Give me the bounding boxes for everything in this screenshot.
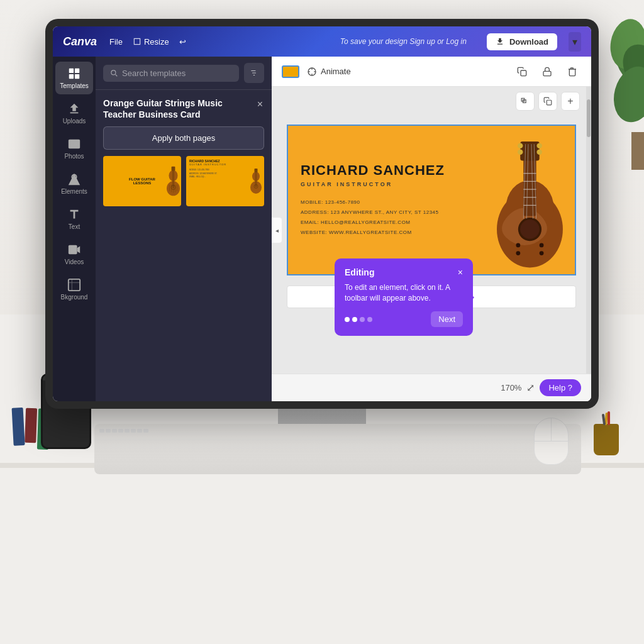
template-preview-1[interactable]: FLOW GUITARLESSONS: [103, 156, 181, 206]
canvas-area: Animate: [272, 57, 591, 401]
canvas-action-buttons: +: [516, 92, 580, 111]
zoom-level: 170%: [501, 383, 521, 392]
animate-button[interactable]: Animate: [307, 67, 351, 77]
mouse-decoration: [534, 418, 569, 465]
svg-rect-13: [69, 245, 77, 255]
sidebar-item-templates[interactable]: Templates: [55, 62, 93, 94]
desk-scene: Canva File Resize ↩ To save your design …: [0, 0, 644, 644]
dot-4: [367, 317, 372, 322]
editing-popup-close-button[interactable]: ×: [458, 267, 463, 277]
business-card[interactable]: RICHARD SANCHEZ GUITAR INSTRUCTOR MOBILE…: [287, 125, 576, 275]
sidebar-item-elements[interactable]: Elements: [55, 167, 93, 200]
apply-both-button[interactable]: Apply both pages: [103, 126, 264, 150]
nav-file[interactable]: File: [109, 37, 123, 47]
editing-popup-title: Editing: [345, 267, 374, 277]
svg-point-52: [518, 150, 523, 155]
svg-rect-8: [75, 74, 79, 79]
guitar-svg: [474, 131, 575, 269]
lock-icon-btn[interactable]: [538, 63, 556, 80]
svg-point-53: [536, 143, 541, 148]
dot-1: [345, 317, 350, 322]
save-text: To save your design Sign up or Log in: [340, 37, 467, 46]
pencil-cup: [594, 424, 619, 455]
svg-point-61: [540, 243, 544, 248]
template-previews: FLOW GUITARLESSONS: [103, 156, 264, 206]
close-template-button[interactable]: ×: [256, 97, 264, 111]
svg-rect-35: [521, 70, 526, 76]
download-chevron[interactable]: ▾: [569, 32, 581, 52]
toolbar-icons-right: [513, 63, 581, 80]
svg-point-60: [516, 251, 520, 255]
svg-point-43: [520, 219, 539, 238]
scrollbar-thumb: [587, 99, 591, 137]
template-panel: Orange Guitar Strings Music Teacher Busi…: [96, 57, 272, 401]
svg-rect-32: [255, 169, 258, 172]
left-scroll-arrow[interactable]: ◂: [272, 218, 282, 243]
sidebar-item-text[interactable]: Text: [55, 203, 93, 235]
sidebar-item-photos[interactable]: Photos: [55, 132, 93, 165]
add-page-top-btn[interactable]: +: [561, 92, 580, 111]
download-button[interactable]: Download: [487, 33, 557, 50]
svg-point-3: [608, 62, 644, 126]
bc-title: GUITAR INSTRUCTOR: [301, 181, 445, 187]
progress-dots: [345, 317, 372, 322]
next-button[interactable]: Next: [431, 311, 463, 327]
monitor: Canva File Resize ↩ To save your design …: [45, 19, 599, 409]
editing-popup-text: To edit an element, click on it. A toolb…: [345, 282, 463, 304]
desk-front: [0, 468, 644, 644]
svg-marker-14: [77, 247, 80, 253]
svg-rect-5: [69, 69, 74, 73]
bc-name: RICHARD SANCHEZ: [301, 162, 445, 179]
nav-undo[interactable]: ↩: [179, 37, 186, 47]
canva-main: Templates Uploads Photos Elements: [53, 57, 591, 401]
canvas-content: +: [272, 87, 591, 374]
editing-popup: Editing × To edit an element, click on i…: [335, 258, 473, 336]
bc-text-content: RICHARD SANCHEZ GUITAR INSTRUCTOR MOBILE…: [301, 162, 445, 238]
template-title: Orange Guitar Strings Music Teacher Busi…: [103, 97, 256, 120]
editing-popup-header: Editing ×: [345, 267, 463, 277]
svg-rect-50: [520, 142, 539, 160]
sidebar-item-uploads[interactable]: Uploads: [55, 97, 93, 130]
header-nav: File Resize ↩: [109, 37, 328, 47]
svg-rect-22: [172, 167, 175, 171]
svg-point-62: [540, 251, 544, 255]
sidebar-item-videos[interactable]: Videos: [55, 238, 93, 270]
template-detail: Orange Guitar Strings Music Teacher Busi…: [96, 89, 272, 214]
svg-rect-36: [543, 71, 551, 75]
svg-point-10: [71, 142, 74, 144]
svg-rect-39: [547, 100, 552, 105]
page-thumbnail: [282, 65, 299, 78]
sidebar-item-background[interactable]: Bkground: [55, 273, 93, 306]
fullscreen-button[interactable]: ⤢: [526, 382, 535, 394]
svg-point-59: [516, 243, 520, 248]
copy-page-btn[interactable]: [516, 92, 535, 111]
canva-header: Canva File Resize ↩ To save your design …: [53, 26, 591, 57]
guitar-illustration: [474, 131, 575, 269]
editing-popup-footer: Next: [345, 311, 463, 327]
duplicate-page-btn[interactable]: [538, 92, 557, 111]
animate-icon: [307, 67, 317, 77]
dot-2: [352, 317, 357, 322]
keyboard-decoration: [94, 424, 581, 474]
svg-rect-6: [75, 69, 79, 73]
nav-resize[interactable]: Resize: [133, 37, 169, 47]
search-bar: [96, 57, 272, 89]
svg-rect-7: [69, 74, 74, 79]
copy-icon-btn[interactable]: [513, 63, 531, 80]
svg-point-51: [518, 143, 523, 148]
help-button[interactable]: Help ?: [540, 379, 581, 396]
search-wrapper: [103, 65, 239, 82]
guitar-preview-icon: [162, 159, 181, 203]
dot-3: [360, 317, 365, 322]
canva-logo: Canva: [63, 35, 97, 48]
filter-button[interactable]: [244, 63, 264, 83]
search-input[interactable]: [122, 69, 233, 78]
svg-rect-4: [631, 132, 644, 170]
svg-rect-44: [523, 157, 536, 216]
canvas-scrollbar[interactable]: [586, 87, 591, 374]
template-detail-header: Orange Guitar Strings Music Teacher Busi…: [103, 97, 264, 120]
template-preview-2[interactable]: RICHARD SANCHEZ GUITAR INSTRUCTOR MOBILE…: [186, 156, 264, 206]
book-2: [25, 408, 37, 443]
sidebar-icons: Templates Uploads Photos Elements: [53, 57, 96, 401]
trash-icon-btn[interactable]: [564, 63, 581, 80]
